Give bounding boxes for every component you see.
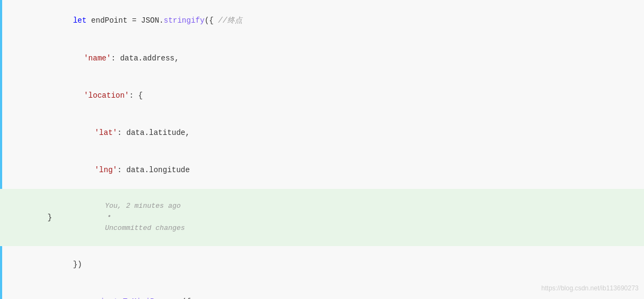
code-line-4: 'lat': data.latitude, (0, 114, 644, 152)
code-plain: : { (129, 91, 143, 100)
code-plain: : data.longitude (117, 166, 189, 174)
line-content-2: 'name': data.address, (4, 40, 644, 76)
code-line-5: 'lng': data.longitude (0, 152, 644, 189)
keyword-let: let (73, 16, 86, 25)
blame-annotation: You, 2 minutes ago • Uncommitted changes (63, 189, 185, 246)
key-lat: 'lat' (94, 128, 117, 137)
comment-endpoint: //终点 (218, 16, 242, 25)
code-line-2: 'name': data.address, (0, 39, 644, 77)
blame-bullet: • (107, 213, 111, 221)
code-line-3: 'location': { (0, 77, 644, 114)
code-line-6: } You, 2 minutes ago • Uncommitted chang… (0, 189, 644, 246)
close-paren-7: }) (73, 260, 82, 269)
code-line-7: }) (0, 246, 644, 283)
key-name: 'name' (84, 54, 111, 63)
closing-brace: } (48, 212, 52, 223)
editor-container: let endPoint = JSON.stringify({ //终点 'na… (0, 0, 644, 299)
blame-author: You, 2 minutes ago (105, 202, 180, 210)
blame-status: Uncommitted changes (105, 224, 185, 232)
code-line-1: let endPoint = JSON.stringify({ //终点 (0, 2, 644, 39)
line-content-5: 'lng': data.longitude (4, 152, 644, 188)
code-plain: endPoint = JSON. (86, 16, 164, 25)
line-content-4: 'lat': data.latitude, (4, 115, 644, 151)
watermark: https://blog.csdn.net/ib113690273 (541, 283, 639, 294)
code-plain: : data.address, (111, 54, 179, 63)
key-location: 'location' (84, 91, 129, 100)
line-content-1: let endPoint = JSON.stringify({ //终点 (4, 3, 644, 39)
line-content-6: } You, 2 minutes ago • Uncommitted chang… (4, 189, 644, 246)
code-plain: : data.latitude, (117, 128, 189, 137)
code-block: let endPoint = JSON.stringify({ //终点 'na… (0, 0, 644, 299)
key-lng: 'lng' (94, 166, 117, 174)
code-plain: ({ (205, 16, 218, 25)
line-content-3: 'location': { (4, 77, 644, 113)
line-content-7: }) (4, 247, 644, 283)
method-stringify: stringify (164, 16, 205, 25)
